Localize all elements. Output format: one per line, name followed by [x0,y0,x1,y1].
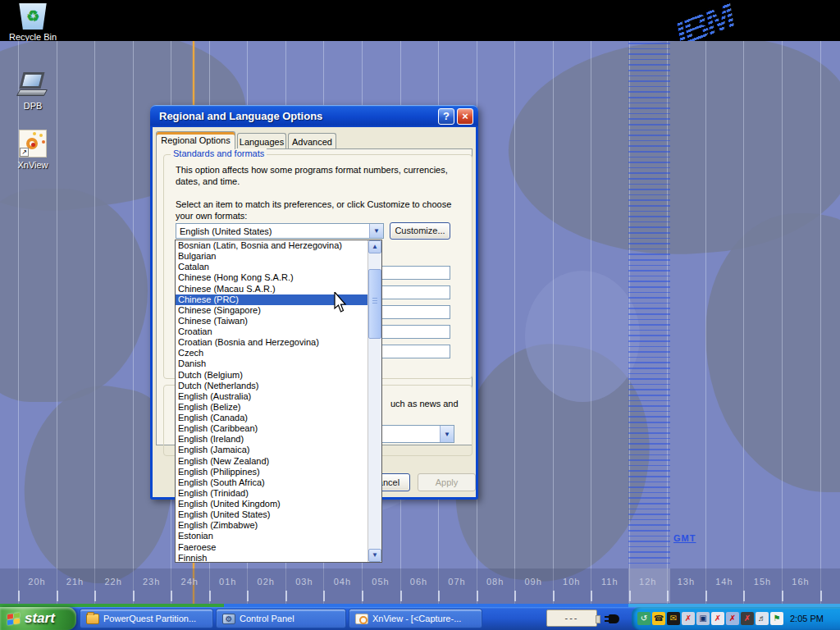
language-option[interactable]: Danish [176,358,368,369]
gmt-label: GMT [673,533,696,543]
language-option[interactable]: Catalan [176,262,368,272]
start-button[interactable]: start [0,607,76,630]
language-option[interactable]: English (Australia) [176,391,368,402]
language-option[interactable]: Czech [176,348,368,358]
volume-icon[interactable]: ♬ [756,612,769,625]
timezone-line [514,41,515,607]
desktop-icon-label: DPB [2,101,64,111]
signal-error-icon[interactable]: ✗ [711,612,724,625]
timezone-line [18,41,19,607]
desktop-icon-label: XnView [2,160,64,170]
hour-label: 22h [104,577,121,587]
tab-languages[interactable]: Languages [237,133,286,150]
scroll-up-button[interactable]: ▲ [368,240,381,253]
laptop-icon [16,72,49,98]
close-button[interactable]: × [457,108,473,125]
desktop-icon-recycle-bin[interactable]: ♻ Recycle Bin [2,3,64,41]
desktop-icon-xnview[interactable]: ↗ XnView [2,130,64,170]
hour-label: 11h [601,577,619,587]
language-option[interactable]: Chinese (Taiwan) [176,316,368,326]
list-scrollbar[interactable]: ▲ ▼ [368,240,381,562]
language-option[interactable]: English (Canada) [176,413,368,423]
task-label: XnView - [<Capture-... [372,614,461,623]
network-status-icon[interactable]: ▣ [696,612,710,625]
language-option[interactable]: English (South Africa) [176,477,368,488]
tab-advanced[interactable]: Advanced [288,133,336,150]
ac-plug-icon [609,614,619,623]
tab-regional-options[interactable]: Regional Options [156,131,235,149]
language-option[interactable]: Bulgarian [176,251,368,262]
hour-label: 14h [715,577,733,587]
xnview-icon [355,614,368,624]
dialog-title: Regional and Language Options [159,110,436,122]
timezone-line [133,41,134,607]
format-select[interactable]: English (United States) ▼ [176,223,384,239]
language-option[interactable]: Faeroese [176,542,368,553]
language-option[interactable]: English (Belize) [176,402,368,413]
language-option[interactable]: English (United States) [176,509,368,520]
dialog-titlebar[interactable]: Regional and Language Options ? × [150,105,478,127]
messenger-icon[interactable]: ☎ [652,612,665,625]
timezone-line [57,41,57,607]
taskbar-clock[interactable]: 2:05 PM [790,614,824,623]
timezone-line [553,41,554,607]
apply-button[interactable]: Apply [418,473,476,491]
taskbar-task-xnview[interactable]: XnView - [<Capture-... [349,609,482,628]
language-option[interactable]: English (Ireland) [176,434,368,445]
timezone-line [591,41,591,607]
hardware-icon[interactable]: ↺ [637,612,651,625]
customize-button[interactable]: Customize... [390,222,450,240]
taskbar-task-control-panel[interactable]: ⚙Control Panel [216,609,346,628]
language-option[interactable]: Dutch (Belgium) [176,370,368,381]
language-option[interactable]: English (Caribbean) [176,423,368,434]
recycle-bin-icon: ♻ [17,3,48,30]
language-option[interactable]: English (Trinidad) [176,488,368,499]
display-settings-icon[interactable]: ⚑ [770,612,783,625]
format-select-value: English (United States) [180,226,272,236]
ruler-tick [553,591,555,601]
hour-label: 08h [486,577,504,587]
location-text-fragment: uch as news and [390,398,468,409]
ruler-tick [400,591,402,601]
group-title: Standards and formats [171,148,267,158]
desktop-icon-label: Recycle Bin [2,32,64,41]
ruler-tick [514,591,516,601]
language-option[interactable]: English (New Zealand) [176,456,368,467]
chevron-down-icon[interactable]: ▼ [369,224,383,238]
battery-meter[interactable]: --- [546,609,597,627]
timezone-line [820,41,821,607]
task-label: Control Panel [240,614,294,623]
language-option[interactable]: Bosnian (Latin, Bosnia and Herzegovina) [176,240,368,251]
chevron-down-icon[interactable]: ▼ [440,426,454,442]
ibm-logo: IBM [669,0,789,41]
users-offline-icon[interactable]: ✗ [682,612,695,625]
language-option[interactable]: Finnish [176,553,368,562]
control-panel-icon: ⚙ [222,614,235,624]
display-error-icon[interactable]: ✗ [741,612,754,625]
pc-error-icon[interactable]: ✗ [726,612,739,625]
language-option[interactable]: Chinese (Hong Kong S.A.R.) [176,272,368,283]
taskbar-task-folder[interactable]: PowerQuest Partition... [80,609,213,628]
help-button[interactable]: ? [438,108,454,125]
shortcut-arrow-icon: ↗ [20,148,29,157]
hour-label: 15h [754,577,771,587]
language-option[interactable]: English (Philippines) [176,467,368,477]
language-option[interactable]: English (Zimbabwe) [176,520,368,531]
language-option[interactable]: English (Jamaica) [176,445,368,455]
ruler-tick [820,591,822,601]
folder-icon [86,614,99,624]
scroll-down-button[interactable]: ▼ [368,549,381,562]
language-option[interactable]: Estonian [176,531,368,541]
standards-instruction: Select an item to match its preferences,… [176,199,464,221]
ruler-tick [667,591,669,601]
scrollbar-thumb[interactable] [368,269,381,339]
mail-notify-icon[interactable]: ✉ [667,612,680,625]
hour-label: 24h [181,577,199,587]
ruler-tick [362,591,363,601]
language-option[interactable]: English (United Kingdom) [176,499,368,509]
language-option[interactable]: Dutch (Netherlands) [176,381,368,391]
mouse-cursor [334,292,349,317]
language-option[interactable]: Croatian (Bosnia and Herzegovina) [176,337,368,348]
desktop-icon-dpb[interactable]: DPB [2,72,64,111]
language-option[interactable]: Croatian [176,326,368,337]
